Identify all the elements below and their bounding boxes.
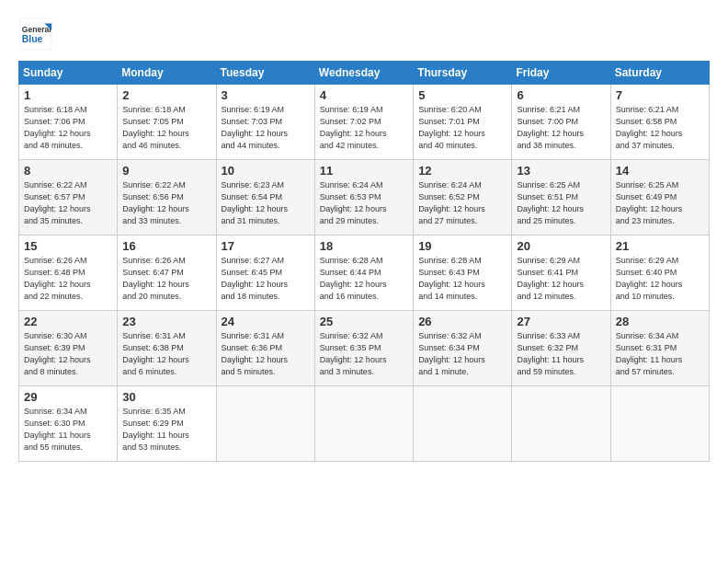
calendar-day-cell: 26Sunrise: 6:32 AM Sunset: 6:34 PM Dayli… (414, 311, 512, 386)
day-info: Sunrise: 6:18 AM Sunset: 7:06 PM Dayligh… (24, 104, 112, 152)
day-info: Sunrise: 6:20 AM Sunset: 7:01 PM Dayligh… (418, 104, 506, 152)
calendar-day-cell: 23Sunrise: 6:31 AM Sunset: 6:38 PM Dayli… (118, 311, 216, 386)
day-info: Sunrise: 6:32 AM Sunset: 6:34 PM Dayligh… (418, 330, 506, 378)
calendar-day-cell: 2Sunrise: 6:18 AM Sunset: 7:05 PM Daylig… (118, 85, 216, 160)
day-info: Sunrise: 6:26 AM Sunset: 6:48 PM Dayligh… (24, 255, 112, 303)
calendar-day-cell: 16Sunrise: 6:26 AM Sunset: 6:47 PM Dayli… (118, 236, 216, 311)
calendar-day-cell: 30Sunrise: 6:35 AM Sunset: 6:29 PM Dayli… (118, 386, 216, 462)
calendar-day-cell (610, 386, 709, 462)
calendar-day-cell: 22Sunrise: 6:30 AM Sunset: 6:39 PM Dayli… (19, 311, 118, 386)
day-number: 10 (222, 164, 310, 178)
weekday-header-cell: Tuesday (216, 62, 314, 85)
day-info: Sunrise: 6:25 AM Sunset: 6:51 PM Dayligh… (517, 179, 605, 227)
day-number: 21 (616, 239, 704, 253)
logo: General Blue (18, 17, 53, 52)
calendar-day-cell: 14Sunrise: 6:25 AM Sunset: 6:49 PM Dayli… (610, 160, 709, 236)
weekday-header-cell: Wednesday (314, 62, 413, 85)
calendar-day-cell: 29Sunrise: 6:34 AM Sunset: 6:30 PM Dayli… (19, 386, 118, 462)
day-number: 3 (222, 88, 310, 102)
calendar-day-cell (314, 386, 413, 462)
day-number: 14 (616, 164, 704, 178)
calendar-day-cell: 1Sunrise: 6:18 AM Sunset: 7:06 PM Daylig… (19, 85, 118, 160)
calendar-day-cell: 10Sunrise: 6:23 AM Sunset: 6:54 PM Dayli… (216, 160, 314, 236)
calendar-day-cell: 12Sunrise: 6:24 AM Sunset: 6:52 PM Dayli… (414, 160, 512, 236)
day-info: Sunrise: 6:27 AM Sunset: 6:45 PM Dayligh… (222, 255, 310, 303)
weekday-header-cell: Monday (118, 62, 216, 85)
day-number: 18 (320, 239, 408, 253)
calendar-day-cell (414, 386, 512, 462)
day-number: 16 (122, 239, 210, 253)
day-number: 19 (418, 239, 506, 253)
calendar-day-cell: 4Sunrise: 6:19 AM Sunset: 7:02 PM Daylig… (314, 85, 413, 160)
calendar-day-cell: 6Sunrise: 6:21 AM Sunset: 7:00 PM Daylig… (512, 85, 610, 160)
day-info: Sunrise: 6:24 AM Sunset: 6:53 PM Dayligh… (320, 179, 408, 227)
day-number: 1 (24, 88, 112, 102)
day-number: 24 (222, 315, 310, 328)
day-info: Sunrise: 6:29 AM Sunset: 6:40 PM Dayligh… (616, 255, 704, 303)
calendar-day-cell: 24Sunrise: 6:31 AM Sunset: 6:36 PM Dayli… (216, 311, 314, 386)
calendar-day-cell: 20Sunrise: 6:29 AM Sunset: 6:41 PM Dayli… (512, 236, 610, 311)
calendar-day-cell: 9Sunrise: 6:22 AM Sunset: 6:56 PM Daylig… (118, 160, 216, 236)
day-info: Sunrise: 6:31 AM Sunset: 6:38 PM Dayligh… (122, 330, 210, 378)
day-info: Sunrise: 6:31 AM Sunset: 6:36 PM Dayligh… (222, 330, 310, 378)
day-number: 25 (320, 315, 408, 328)
day-number: 8 (24, 164, 112, 178)
calendar-day-cell: 28Sunrise: 6:34 AM Sunset: 6:31 PM Dayli… (610, 311, 709, 386)
weekday-header-cell: Friday (512, 62, 610, 85)
day-info: Sunrise: 6:19 AM Sunset: 7:03 PM Dayligh… (222, 104, 310, 152)
day-number: 12 (418, 164, 506, 178)
day-number: 15 (24, 239, 112, 253)
svg-text:Blue: Blue (22, 34, 43, 44)
day-info: Sunrise: 6:29 AM Sunset: 6:41 PM Dayligh… (517, 255, 605, 303)
day-number: 22 (24, 315, 112, 328)
calendar-day-cell: 13Sunrise: 6:25 AM Sunset: 6:51 PM Dayli… (512, 160, 610, 236)
day-number: 13 (517, 164, 605, 178)
calendar-day-cell: 18Sunrise: 6:28 AM Sunset: 6:44 PM Dayli… (314, 236, 413, 311)
day-number: 2 (122, 88, 210, 102)
day-info: Sunrise: 6:24 AM Sunset: 6:52 PM Dayligh… (418, 179, 506, 227)
logo-icon: General Blue (18, 17, 53, 52)
day-info: Sunrise: 6:23 AM Sunset: 6:54 PM Dayligh… (222, 179, 310, 227)
day-number: 4 (320, 88, 408, 102)
day-info: Sunrise: 6:28 AM Sunset: 6:44 PM Dayligh… (320, 255, 408, 303)
calendar-week-row: 1Sunrise: 6:18 AM Sunset: 7:06 PM Daylig… (19, 85, 710, 160)
calendar-body: 1Sunrise: 6:18 AM Sunset: 7:06 PM Daylig… (19, 85, 710, 462)
day-info: Sunrise: 6:26 AM Sunset: 6:47 PM Dayligh… (122, 255, 210, 303)
day-number: 26 (418, 315, 506, 328)
weekday-header-cell: Thursday (414, 62, 512, 85)
day-info: Sunrise: 6:28 AM Sunset: 6:43 PM Dayligh… (418, 255, 506, 303)
day-number: 20 (517, 239, 605, 253)
day-number: 29 (24, 390, 112, 404)
day-info: Sunrise: 6:34 AM Sunset: 6:30 PM Dayligh… (24, 406, 112, 454)
day-number: 27 (517, 315, 605, 328)
calendar-day-cell: 8Sunrise: 6:22 AM Sunset: 6:57 PM Daylig… (19, 160, 118, 236)
calendar-day-cell: 27Sunrise: 6:33 AM Sunset: 6:32 PM Dayli… (512, 311, 610, 386)
day-info: Sunrise: 6:34 AM Sunset: 6:31 PM Dayligh… (616, 330, 704, 378)
weekday-header-row: SundayMondayTuesdayWednesdayThursdayFrid… (19, 62, 710, 85)
day-info: Sunrise: 6:22 AM Sunset: 6:57 PM Dayligh… (24, 179, 112, 227)
day-number: 7 (616, 88, 704, 102)
day-info: Sunrise: 6:30 AM Sunset: 6:39 PM Dayligh… (24, 330, 112, 378)
day-info: Sunrise: 6:21 AM Sunset: 6:58 PM Dayligh… (616, 104, 704, 152)
day-info: Sunrise: 6:25 AM Sunset: 6:49 PM Dayligh… (616, 179, 704, 227)
day-number: 30 (122, 390, 210, 404)
day-number: 11 (320, 164, 408, 178)
calendar-week-row: 22Sunrise: 6:30 AM Sunset: 6:39 PM Dayli… (19, 311, 710, 386)
day-info: Sunrise: 6:32 AM Sunset: 6:35 PM Dayligh… (320, 330, 408, 378)
day-number: 6 (517, 88, 605, 102)
day-number: 28 (616, 315, 704, 328)
svg-text:General: General (22, 25, 51, 34)
calendar-week-row: 8Sunrise: 6:22 AM Sunset: 6:57 PM Daylig… (19, 160, 710, 236)
calendar-day-cell (512, 386, 610, 462)
calendar-day-cell: 7Sunrise: 6:21 AM Sunset: 6:58 PM Daylig… (610, 85, 709, 160)
calendar-day-cell: 17Sunrise: 6:27 AM Sunset: 6:45 PM Dayli… (216, 236, 314, 311)
calendar-week-row: 29Sunrise: 6:34 AM Sunset: 6:30 PM Dayli… (19, 386, 710, 462)
calendar-day-cell: 15Sunrise: 6:26 AM Sunset: 6:48 PM Dayli… (19, 236, 118, 311)
calendar-table: SundayMondayTuesdayWednesdayThursdayFrid… (18, 61, 710, 462)
day-info: Sunrise: 6:35 AM Sunset: 6:29 PM Dayligh… (122, 406, 210, 454)
calendar-day-cell: 5Sunrise: 6:20 AM Sunset: 7:01 PM Daylig… (414, 85, 512, 160)
weekday-header-cell: Saturday (610, 62, 709, 85)
day-number: 23 (122, 315, 210, 328)
calendar-page: General Blue SundayMondayTuesdayWednesda… (0, 0, 728, 563)
day-info: Sunrise: 6:22 AM Sunset: 6:56 PM Dayligh… (122, 179, 210, 227)
